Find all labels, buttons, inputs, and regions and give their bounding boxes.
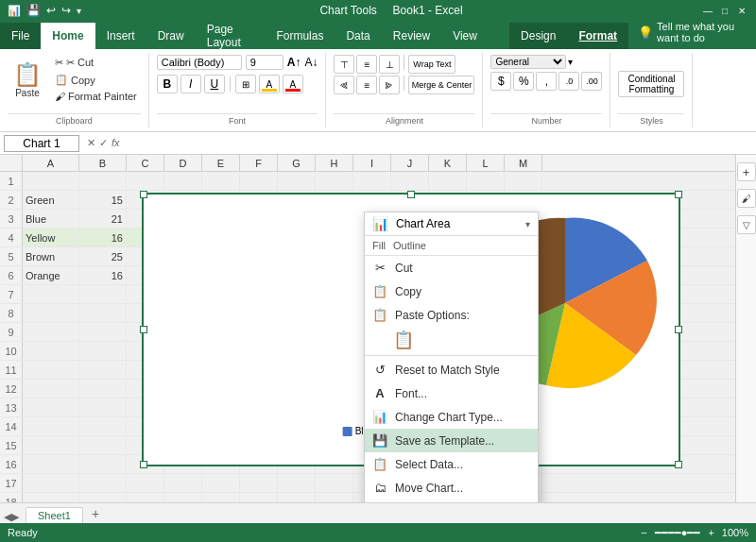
handle-bl[interactable] — [140, 461, 147, 468]
comma-button[interactable]: , — [536, 72, 557, 91]
ctx-move-chart-item[interactable]: 🗂 Move Chart... — [365, 476, 538, 500]
cell-18-H[interactable] — [316, 493, 353, 502]
cell-7-B[interactable] — [79, 285, 127, 303]
increase-font-icon[interactable]: A↑ — [287, 56, 301, 69]
ctx-reset-item[interactable]: ↺ Reset to Match Style — [365, 358, 538, 381]
cell-17-D[interactable] — [164, 474, 202, 492]
cell-10-B[interactable] — [79, 342, 127, 360]
cell-17-B[interactable] — [79, 474, 127, 492]
col-header-f[interactable]: F — [240, 155, 278, 171]
cell-1-D[interactable] — [164, 172, 202, 190]
cell-3-B[interactable]: 21 — [79, 210, 127, 228]
cell-13-A[interactable] — [23, 398, 79, 416]
cell-18-E[interactable] — [202, 493, 240, 502]
merge-center-button[interactable]: Merge & Center — [408, 76, 474, 94]
cell-14-B[interactable] — [79, 417, 127, 435]
col-header-a[interactable]: A — [23, 155, 79, 171]
cell-17-G[interactable] — [278, 474, 316, 492]
ctx-cut-item[interactable]: ✂ Cut — [365, 256, 538, 279]
cell-5-B[interactable]: 25 — [79, 247, 127, 265]
tab-file[interactable]: File — [0, 23, 41, 49]
cut-button[interactable]: ✂ ✂ Cut — [51, 55, 141, 71]
font-color-button[interactable]: A — [283, 75, 303, 93]
cell-1-I[interactable] — [353, 172, 391, 190]
increase-decimal-button[interactable]: .00 — [581, 72, 602, 91]
ctx-change-chart-item[interactable]: 📊 Change Chart Type... — [365, 405, 538, 429]
tab-design[interactable]: Design — [509, 23, 567, 49]
cell-6-A[interactable]: Orange — [23, 266, 79, 284]
percent-button[interactable]: % — [513, 72, 534, 91]
paste-icon-btn[interactable]: 📋 — [393, 330, 414, 349]
border-button[interactable]: ⊞ — [235, 75, 256, 93]
font-name-input[interactable] — [157, 55, 242, 70]
close-button[interactable]: ✕ — [735, 4, 748, 17]
sheet-nav-right[interactable]: ▶ — [11, 511, 19, 523]
handle-br[interactable] — [675, 461, 682, 468]
ctx-area-dropdown[interactable]: ▾ — [525, 219, 530, 229]
function-icon[interactable]: fx — [112, 137, 120, 149]
cell-17-A[interactable] — [23, 474, 79, 492]
cell-4-A[interactable]: Yellow — [23, 229, 79, 246]
tab-insert[interactable]: Insert — [95, 23, 146, 49]
cell-18-G[interactable] — [278, 493, 316, 502]
cell-8-B[interactable] — [79, 304, 127, 322]
zoom-slider[interactable]: ━━━━●━━ — [655, 527, 701, 539]
cell-1-K[interactable] — [429, 172, 467, 190]
cell-18-D[interactable] — [164, 493, 202, 502]
align-left-button[interactable]: ⫷ — [334, 76, 354, 94]
cell-1-C[interactable] — [127, 172, 164, 190]
cell-15-A[interactable] — [23, 436, 79, 454]
cell-1-J[interactable] — [391, 172, 429, 190]
col-header-g[interactable]: G — [278, 155, 316, 171]
quick-save-icon[interactable]: 💾 — [26, 4, 41, 17]
tell-me-box[interactable]: 💡 Tell me what you want to do — [628, 17, 756, 47]
maximize-button[interactable]: □ — [718, 4, 731, 17]
zoom-out-button[interactable]: − — [641, 527, 646, 538]
table-row[interactable]: 1 — [0, 172, 735, 191]
cell-1-H[interactable] — [316, 172, 353, 190]
conditional-formatting-button[interactable]: Conditional Formatting — [618, 71, 684, 97]
ctx-paste-options-item[interactable]: 📋 Paste Options: — [365, 303, 538, 327]
col-header-k[interactable]: K — [429, 155, 467, 171]
cell-18-F[interactable] — [240, 493, 278, 502]
align-center-button[interactable]: ≡ — [356, 76, 377, 94]
confirm-icon[interactable]: ✓ — [99, 137, 108, 149]
cell-10-A[interactable] — [23, 342, 79, 360]
cell-2-A[interactable]: Green — [23, 191, 79, 209]
name-box[interactable] — [4, 135, 79, 152]
redo-button[interactable]: ↪ — [61, 4, 71, 17]
handle-ml[interactable] — [140, 326, 147, 333]
cell-15-B[interactable] — [79, 436, 127, 454]
col-header-e[interactable]: E — [202, 155, 240, 171]
currency-button[interactable]: $ — [490, 72, 511, 91]
col-header-l[interactable]: L — [467, 155, 505, 171]
cell-2-B[interactable]: 15 — [79, 191, 127, 209]
cell-11-A[interactable] — [23, 361, 79, 379]
cell-8-A[interactable] — [23, 304, 79, 322]
cell-1-E[interactable] — [202, 172, 240, 190]
tab-data[interactable]: Data — [335, 23, 381, 49]
italic-button[interactable]: I — [180, 75, 201, 93]
ctx-select-data-item[interactable]: 📋 Select Data... — [365, 452, 538, 476]
add-element-button[interactable]: + — [737, 162, 756, 181]
cancel-icon[interactable]: ✕ — [87, 137, 95, 149]
tab-page-layout[interactable]: Page Layout — [196, 23, 266, 49]
ctx-font-item[interactable]: A Font... — [365, 381, 538, 405]
tab-format[interactable]: Format — [567, 23, 628, 49]
cell-18-C[interactable] — [127, 493, 164, 502]
cell-7-A[interactable] — [23, 285, 79, 303]
cell-17-E[interactable] — [202, 474, 240, 492]
sheet-tab-1[interactable]: Sheet1 — [26, 507, 83, 523]
cell-14-A[interactable] — [23, 417, 79, 435]
tab-view[interactable]: View — [441, 23, 489, 49]
ctx-save-template-item[interactable]: 💾 Save as Template... — [365, 429, 538, 452]
number-format-dropdown-icon[interactable]: ▾ — [568, 57, 573, 67]
col-header-m[interactable]: M — [505, 155, 542, 171]
zoom-in-button[interactable]: + — [708, 527, 713, 538]
cell-1-M[interactable] — [505, 172, 542, 190]
col-header-b[interactable]: B — [79, 155, 127, 171]
wrap-text-button[interactable]: Wrap Text — [408, 55, 455, 74]
undo-button[interactable]: ↩ — [46, 4, 56, 17]
col-header-c[interactable]: C — [127, 155, 164, 171]
cell-9-A[interactable] — [23, 323, 79, 341]
